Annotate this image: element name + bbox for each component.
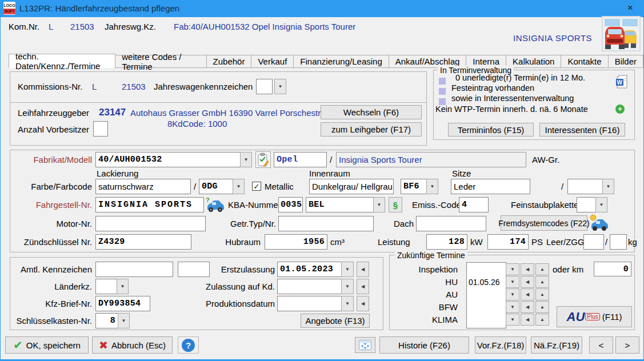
farbe-input[interactable]: saturnschwarz <box>95 179 191 194</box>
fremdsystemcodes-button[interactable]: Fremdsystemcodes (F22) <box>501 215 587 231</box>
oder-km-input[interactable]: 0 <box>594 262 631 276</box>
au-plus-button[interactable]: AU Plus (F11) <box>557 306 632 327</box>
sitze-code-dropdown[interactable]: ▼ <box>602 179 614 194</box>
modell-input[interactable]: Insignia Sports Tourer <box>336 152 526 167</box>
motor-nr-input[interactable] <box>95 216 206 231</box>
kba-tsn-input[interactable]: BEL <box>306 197 374 212</box>
nae-fz-button[interactable]: Nä.Fz.(F19) <box>531 336 582 354</box>
leistung-ps-input[interactable]: 174 <box>487 234 529 250</box>
spin-back-button[interactable]: ◀ <box>521 263 534 275</box>
marke-input[interactable]: Opel <box>274 152 327 167</box>
leistung-kw-input[interactable]: 128 <box>426 234 467 250</box>
historie-button[interactable]: Historie (F26) <box>379 336 469 354</box>
zulassung-kd-dropdown[interactable]: ▼ <box>341 279 354 294</box>
innenraum-input[interactable]: Dunkelgrau/ Hellgrau <box>309 179 394 194</box>
jahreswg-kz-label: Jahreswg.Kz. <box>105 19 156 34</box>
sitze-code-input[interactable] <box>567 179 603 194</box>
innenraum-code-input[interactable]: BF6 <box>401 179 427 194</box>
spin-up-button[interactable]: ▲ <box>535 314 549 326</box>
kennzeichen-zusatz-input[interactable] <box>178 262 210 277</box>
kennzeichen-input[interactable] <box>95 262 173 277</box>
erstzulassung-input[interactable]: 01.05.2023 <box>277 262 342 277</box>
tab-verkauf[interactable]: Verkauf <box>251 55 294 68</box>
tab-zubehoer[interactable]: Zubehör <box>207 55 252 68</box>
kfz-brief-nr-input[interactable]: DY993854 <box>95 296 150 311</box>
clipboard-edit-icon[interactable] <box>255 151 271 168</box>
zuendschluessel-input[interactable]: Z4329 <box>95 234 191 250</box>
feinstaubplakette-dropdown[interactable]: ▼ <box>595 197 607 212</box>
spin-back-button[interactable]: ◀ <box>521 301 534 313</box>
spin-back-button[interactable]: ◀ <box>521 314 534 326</box>
spin-up-button[interactable]: ▲ <box>535 263 549 275</box>
resize-window-button[interactable] <box>355 337 375 353</box>
add-plus-icon[interactable]: + <box>615 105 625 114</box>
jahreswagenkennzeichen-input[interactable] <box>256 79 273 94</box>
prev-vehicle-button[interactable]: < <box>589 336 613 354</box>
spin-up-button[interactable]: ▲ <box>535 288 549 300</box>
schluesselkasten-input[interactable]: 8 <box>95 313 118 328</box>
spin-down-button[interactable]: ▼ <box>506 301 519 313</box>
zgg-input[interactable] <box>610 234 627 250</box>
ok-speichern-button[interactable]: ✔ OK, speichern <box>5 336 89 354</box>
tab-kontakte[interactable]: Kontakte <box>561 55 608 68</box>
zulassung-kd-back-button[interactable]: ◀ <box>357 279 369 294</box>
tab-kalkulation[interactable]: Kalkulation <box>506 55 561 68</box>
help-button[interactable]: ? <box>178 336 199 354</box>
laenderkz-input[interactable] <box>95 279 117 294</box>
sitze-label: Sitze <box>452 167 471 179</box>
spin-back-button[interactable]: ◀ <box>521 276 534 288</box>
vor-fz-button[interactable]: Vor.Fz.(F18) <box>475 336 526 354</box>
tab-bilder[interactable]: Bilder <box>609 55 643 68</box>
dach-input[interactable] <box>416 216 486 231</box>
laenderkz-dropdown[interactable]: ▼ <box>117 279 129 294</box>
kba-hsn-input[interactable]: 0035 <box>278 197 303 212</box>
spin-down-button[interactable]: ▼ <box>506 276 519 288</box>
metallic-checkbox[interactable]: ✓ <box>252 182 261 191</box>
spin-down-button[interactable]: ▼ <box>506 263 519 275</box>
leergewicht-input[interactable] <box>583 234 604 250</box>
abbruch-button[interactable]: ✖ Abbruch (Esc) <box>92 336 173 354</box>
innenraum-code-dropdown[interactable]: ▼ <box>426 179 438 194</box>
farbcode-input[interactable]: 0DG <box>199 179 233 194</box>
innenraum-label: Innenraum <box>309 167 350 179</box>
jahreswagenkennzeichen-dropdown[interactable]: ▼ <box>274 79 286 94</box>
tab-finanzierung[interactable]: Finanzierung/Leasing <box>294 55 389 68</box>
zum-leihgeber-button[interactable]: zum Leihgeber (F17) <box>321 122 422 137</box>
zulassung-kd-input[interactable] <box>277 279 342 294</box>
car-question-icon[interactable]: ? <box>205 196 225 212</box>
angebote-button[interactable]: Angebote (F13) <box>301 314 370 328</box>
produktionsdatum-back-button[interactable]: ◀ <box>357 296 369 311</box>
schluesselkasten-dropdown[interactable]: ▼ <box>118 313 130 328</box>
spin-up-button[interactable]: ▲ <box>535 276 549 288</box>
tab-weitere-codes[interactable]: weitere Codes / Termine <box>115 55 206 68</box>
farbcode-dropdown[interactable]: ▼ <box>233 179 245 194</box>
feinstaubplakette-input[interactable] <box>577 197 596 212</box>
paragraph-icon[interactable]: § <box>389 197 402 212</box>
spin-down-button[interactable]: ▼ <box>506 288 519 300</box>
spin-down-button[interactable]: ▼ <box>506 314 519 326</box>
kba-tsn-dropdown[interactable]: ▼ <box>373 197 385 212</box>
wechseln-button[interactable]: Wechseln (F6) <box>321 105 422 119</box>
erstzulassung-dropdown[interactable]: ▼ <box>341 262 354 277</box>
spin-up-button[interactable]: ▲ <box>535 301 549 313</box>
termininfos-button[interactable]: Termininfos (F15) <box>448 123 534 137</box>
next-vehicle-button[interactable]: > <box>615 336 639 354</box>
produktionsdatum-input[interactable] <box>277 296 342 311</box>
fahrgestell-nr-input[interactable]: INSIGNIA SPORTS <box>95 197 204 212</box>
produktionsdatum-dropdown[interactable]: ▼ <box>341 296 354 311</box>
spin-back-button[interactable]: ◀ <box>521 288 534 300</box>
erstzulassung-back-button[interactable]: ◀ <box>357 262 369 277</box>
metallic-label: Metallic <box>265 179 294 194</box>
titlebar: LOCO SOFT L132PR: Händlerfahrzeugbestand… <box>1 0 643 17</box>
emiss-code-input[interactable]: 4 <box>459 197 489 212</box>
sitze-input[interactable]: Leder <box>451 179 530 194</box>
interessenten-button[interactable]: Interessenten (F16) <box>539 123 625 137</box>
tab-techn-daten[interactable]: techn. Daten/Kennz./Termine <box>9 54 115 68</box>
hubraum-input[interactable]: 1956 <box>265 234 327 250</box>
anzahl-vorbesitzer-input[interactable] <box>93 121 108 137</box>
fabrikat-dropdown[interactable]: ▼ <box>240 152 252 167</box>
getriebe-input[interactable] <box>278 216 374 231</box>
close-icon[interactable]: × <box>623 2 638 15</box>
word-document-icon[interactable]: W <box>615 75 628 89</box>
fabrikat-modell-input[interactable]: 40/AUH001532 <box>95 152 241 167</box>
